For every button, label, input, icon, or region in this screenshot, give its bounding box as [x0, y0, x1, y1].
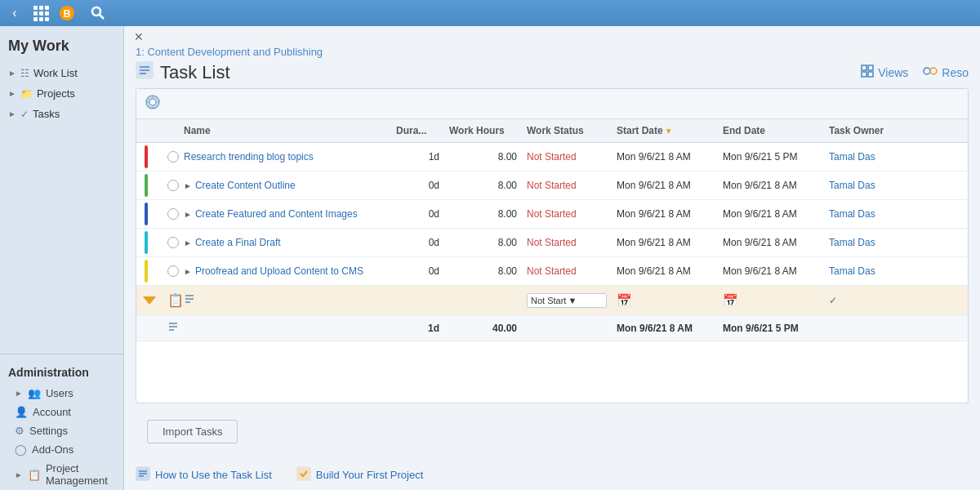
row-radio[interactable] — [163, 149, 179, 165]
close-button[interactable]: ✕ — [134, 31, 147, 44]
task-start-1: Mon 9/6/21 8 AM — [612, 177, 718, 194]
boomerang-logo[interactable]: B — [59, 5, 75, 21]
task-owner-1[interactable]: Tamal Das — [824, 177, 968, 194]
sidebar-title: My Work — [0, 26, 123, 63]
sidebar-item-settings[interactable]: ⚙ Settings — [0, 421, 123, 440]
help-link-firstproject[interactable]: Build Your First Project — [296, 466, 424, 483]
views-button[interactable]: Views — [861, 65, 908, 81]
task-hours-4: 8.00 — [444, 263, 522, 279]
task-status-1: Not Started — [522, 177, 612, 194]
new-task-list-icon-cell — [179, 291, 391, 310]
new-task-color — [136, 294, 163, 307]
account-label: Account — [33, 406, 71, 418]
th-startdate: Start Date ▼ — [612, 122, 718, 139]
new-task-icon-cell: 📋 — [163, 290, 179, 310]
svg-rect-26 — [297, 467, 310, 480]
start-calendar-icon[interactable]: 📅 — [617, 293, 632, 307]
page-title-row: Task List — [136, 61, 230, 83]
row-radio[interactable] — [163, 263, 179, 279]
summary-radio-cell — [163, 318, 179, 337]
grid-icon[interactable] — [33, 5, 49, 21]
new-task-end-cell[interactable]: 📅 — [718, 291, 824, 310]
svg-point-2 — [92, 7, 100, 16]
help-link-tasklist-label: How to Use the Task List — [155, 469, 272, 481]
page-title: Task List — [160, 62, 230, 83]
sidebar-item-account[interactable]: 👤 Account — [0, 403, 123, 421]
svg-rect-8 — [862, 65, 866, 70]
new-task-status-cell[interactable]: Not Start ▼ — [522, 291, 612, 310]
th-color — [136, 122, 163, 139]
task-owner-4[interactable]: Tamal Das — [824, 263, 968, 279]
end-calendar-icon[interactable]: 📅 — [723, 293, 738, 307]
expand-arrow: ► — [8, 109, 16, 118]
summary-list-icon — [167, 323, 179, 335]
gantt-gear-icon[interactable] — [145, 94, 161, 114]
sidebar-item-addons[interactable]: ◯ Add-Ons — [0, 440, 123, 459]
expand-triangle: ► — [184, 181, 192, 190]
task-hours-2: 8.00 — [444, 206, 522, 222]
row-radio[interactable] — [163, 234, 179, 251]
task-name-images[interactable]: ► Create Featured and Content Images — [179, 206, 391, 222]
task-name-draft[interactable]: ► Create a Final Draft — [179, 234, 391, 251]
task-hours-0: 8.00 — [444, 149, 522, 165]
table-row: ► Create Featured and Content Images 0d … — [136, 200, 968, 229]
th-enddate: End Date — [718, 122, 824, 139]
task-list-icon — [136, 61, 154, 83]
th-name: Name — [179, 122, 391, 139]
import-tasks-button[interactable]: Import Tasks — [147, 420, 238, 443]
expand-triangle: ► — [184, 238, 192, 247]
summary-status-cell — [522, 326, 612, 331]
th-workstatus: Work Status — [522, 122, 612, 139]
addons-icon: ◯ — [15, 443, 27, 456]
color-indicator — [136, 229, 163, 256]
help-link-tasklist[interactable]: How to Use the Task List — [136, 466, 272, 483]
row-radio[interactable] — [163, 206, 179, 222]
views-label: Views — [878, 66, 908, 79]
sidebar-item-users[interactable]: ► 👥 Users — [0, 384, 123, 403]
task-end-2: Mon 9/6/21 8 AM — [718, 206, 824, 222]
help-links: How to Use the Task List Build Your Firs… — [124, 460, 980, 490]
search-icon[interactable] — [90, 5, 106, 21]
svg-point-12 — [924, 68, 930, 74]
task-status-4: Not Started — [522, 263, 612, 279]
task-owner-2[interactable]: Tamal Das — [824, 206, 968, 222]
task-name-research[interactable]: Research trending blog topics — [179, 149, 391, 165]
color-indicator — [136, 200, 163, 228]
back-icon[interactable]: ‹ — [7, 5, 23, 21]
summary-owner-cell — [824, 326, 968, 331]
sidebar-item-project-management[interactable]: ► 📋 Project Management — [0, 459, 123, 490]
chevron-down-icon[interactable]: ✓ — [829, 295, 837, 306]
task-owner-3[interactable]: Tamal Das — [824, 234, 968, 251]
row-radio[interactable] — [163, 177, 179, 194]
tasks-label: Tasks — [33, 108, 60, 120]
summary-duration: 1d — [391, 320, 444, 336]
task-name-outline[interactable]: ► Create Content Outline — [179, 177, 391, 194]
sidebar-item-worklist[interactable]: ► ☷ Work List — [0, 63, 123, 83]
task-owner-0[interactable]: Tamal Das — [824, 149, 968, 165]
admin-title: Administration — [0, 361, 123, 384]
sidebar-item-tasks[interactable]: ► ✓ Tasks — [0, 104, 123, 124]
worklist-icon: ☷ — [20, 68, 29, 79]
task-table-container: Name Dura... Work Hours Work Status Star… — [136, 88, 969, 403]
color-indicator — [136, 143, 163, 171]
th-duration: Dura... — [391, 122, 444, 139]
task-end-3: Mon 9/6/21 8 AM — [718, 234, 824, 251]
sidebar-item-projects[interactable]: ► 📁 Projects — [0, 83, 123, 104]
table-row: ► Create Content Outline 0d 8.00 Not Sta… — [136, 172, 968, 200]
summary-start: Mon 9/6/21 8 AM — [612, 320, 718, 336]
summary-hours: 40.00 — [444, 320, 522, 336]
projects-icon: 📁 — [20, 88, 33, 100]
table-row: ► Create a Final Draft 0d 8.00 Not Start… — [136, 229, 968, 257]
status-dropdown[interactable]: Not Start ▼ — [527, 293, 607, 308]
task-name-proofread[interactable]: ► Proofread and Upload Content to CMS — [179, 263, 391, 279]
new-task-start-cell[interactable]: 📅 — [612, 291, 718, 310]
reso-button[interactable]: Reso — [923, 65, 969, 81]
projects-label: Projects — [37, 87, 75, 100]
new-task-chevron-cell[interactable]: ✓ — [824, 292, 968, 309]
task-start-0: Mon 9/6/21 8 AM — [612, 149, 718, 165]
task-status-0: Not Started — [522, 149, 612, 165]
breadcrumb[interactable]: 1: Content Development and Publishing — [124, 44, 980, 60]
task-start-3: Mon 9/6/21 8 AM — [612, 234, 718, 251]
pm-icon: 📋 — [28, 469, 41, 481]
settings-icon: ⚙ — [15, 425, 24, 437]
